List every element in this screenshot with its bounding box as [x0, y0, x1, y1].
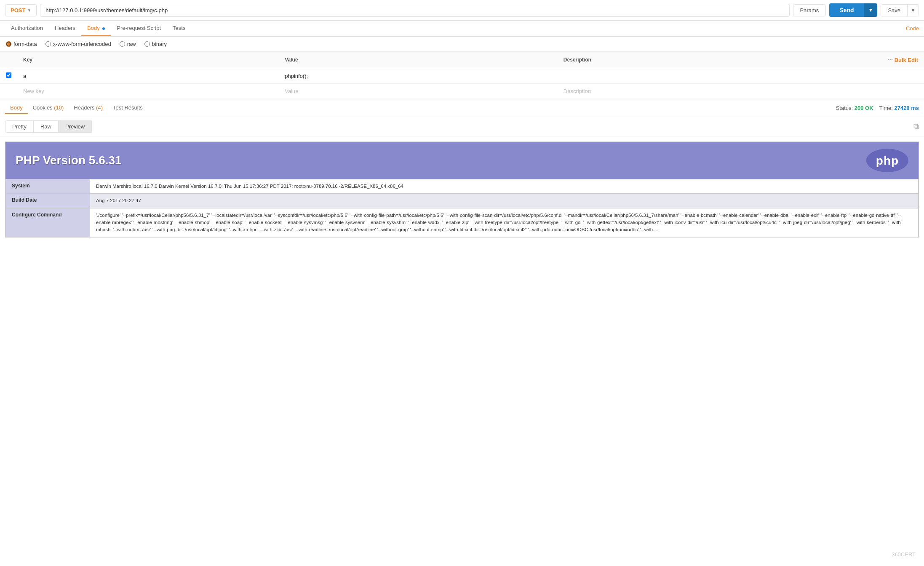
table-row: Build DateAug 7 2017 20:27:47 — [6, 194, 919, 208]
method-chevron-icon: ▼ — [27, 8, 31, 13]
top-bar: POST ▼ Params Send ▼ Save ▼ — [0, 0, 924, 21]
tab-body[interactable]: Body — [81, 21, 111, 36]
new-key-row: New key Value Description — [0, 84, 924, 99]
php-header: PHP Version 5.6.31 php — [5, 142, 919, 179]
body-type-raw[interactable]: raw — [120, 41, 136, 47]
resp-tab-headers[interactable]: Headers (4) — [69, 102, 108, 114]
tab-headers[interactable]: Headers — [49, 21, 81, 36]
time-label: Time: — [879, 105, 895, 111]
php-value-cell: './configure' '--prefix=/usr/local/Cella… — [90, 208, 919, 237]
table-row: SystemDarwin Marshiro.local 16.7.0 Darwi… — [6, 179, 919, 194]
send-dropdown-button[interactable]: ▼ — [864, 3, 878, 17]
copy-icon[interactable]: ⧉ — [913, 122, 919, 131]
resp-tab-cookies[interactable]: Cookies (10) — [28, 102, 69, 114]
description-cell[interactable] — [558, 68, 873, 84]
save-group: Save ▼ — [881, 4, 919, 16]
body-type-binary[interactable]: binary — [144, 41, 167, 47]
php-value-cell: Darwin Marshiro.local 16.7.0 Darwin Kern… — [90, 179, 919, 194]
phpinfo-panel: PHP Version 5.6.31 php SystemDarwin Mars… — [5, 142, 919, 238]
new-row-actions-cell — [873, 84, 924, 99]
params-button[interactable]: Params — [793, 4, 826, 16]
new-description-cell[interactable]: Description — [558, 84, 873, 99]
tab-tests[interactable]: Tests — [167, 21, 191, 36]
php-key-cell: Build Date — [6, 194, 90, 208]
description-col-header: Description — [558, 52, 873, 68]
phpinfo-table: SystemDarwin Marshiro.local 16.7.0 Darwi… — [5, 179, 919, 237]
method-button[interactable]: POST ▼ — [5, 4, 37, 16]
body-dot — [102, 27, 105, 30]
tab-authorization[interactable]: Authorization — [5, 21, 49, 36]
bulk-edit-button[interactable]: Bulk Edit — [895, 57, 918, 63]
checkbox-col-header — [0, 52, 17, 68]
code-link[interactable]: Code — [906, 21, 919, 36]
send-group: Send ▼ — [829, 3, 877, 17]
value-col-header: Value — [279, 52, 558, 68]
php-value-cell: Aug 7 2017 20:27:47 — [90, 194, 919, 208]
url-input[interactable] — [40, 4, 789, 17]
new-key-cell[interactable]: New key — [17, 84, 279, 99]
body-type-urlencoded[interactable]: x-www-form-urlencoded — [45, 41, 111, 47]
table-row: a phpinfo(); — [0, 68, 924, 84]
table-row: Configure Command'./configure' '--prefix… — [6, 208, 919, 237]
form-data-table: Key Value Description ··· Bulk Edit a ph… — [0, 52, 924, 99]
key-col-header: Key — [17, 52, 279, 68]
headers-badge: (4) — [96, 104, 103, 111]
more-icon[interactable]: ··· — [887, 56, 893, 63]
new-value-cell[interactable]: Value — [279, 84, 558, 99]
php-logo: php — [866, 149, 908, 172]
view-buttons-bar: Pretty Raw Preview ⧉ — [0, 117, 924, 136]
value-cell[interactable]: phpinfo(); — [279, 68, 558, 84]
new-row-checkbox-cell — [0, 84, 17, 99]
cookies-badge: (10) — [54, 104, 64, 111]
pretty-button[interactable]: Pretty — [5, 120, 34, 133]
php-key-cell: Configure Command — [6, 208, 90, 237]
row-actions-cell — [873, 68, 924, 84]
save-button[interactable]: Save — [881, 5, 907, 16]
response-tabs-bar: Body Cookies (10) Headers (4) Test Resul… — [0, 99, 924, 117]
svg-text:php: php — [876, 154, 899, 167]
tab-pre-request-script[interactable]: Pre-request Script — [111, 21, 167, 36]
status-label: Status: — [836, 105, 855, 111]
response-status: Status: 200 OK Time: 27428 ms — [836, 105, 919, 111]
preview-button[interactable]: Preview — [59, 120, 92, 133]
key-cell[interactable]: a — [17, 68, 279, 84]
request-tabs: Authorization Headers Body Pre-request S… — [0, 21, 924, 37]
php-version-title: PHP Version 5.6.31 — [16, 154, 122, 167]
row-checkbox[interactable] — [6, 72, 11, 78]
send-button[interactable]: Send — [829, 3, 864, 17]
body-type-row: form-data x-www-form-urlencoded raw bina… — [0, 37, 924, 52]
resp-tab-body[interactable]: Body — [5, 102, 28, 114]
body-type-form-data[interactable]: form-data — [6, 41, 37, 47]
raw-button[interactable]: Raw — [34, 120, 59, 133]
time-value: 27428 ms — [894, 105, 919, 111]
method-label: POST — [11, 7, 25, 13]
save-dropdown-button[interactable]: ▼ — [907, 5, 919, 16]
resp-tab-test-results[interactable]: Test Results — [108, 102, 148, 114]
php-key-cell: System — [6, 179, 90, 194]
actions-col-header: ··· Bulk Edit — [873, 52, 924, 68]
status-value: 200 OK — [855, 105, 873, 111]
row-checkbox-cell — [0, 68, 17, 84]
